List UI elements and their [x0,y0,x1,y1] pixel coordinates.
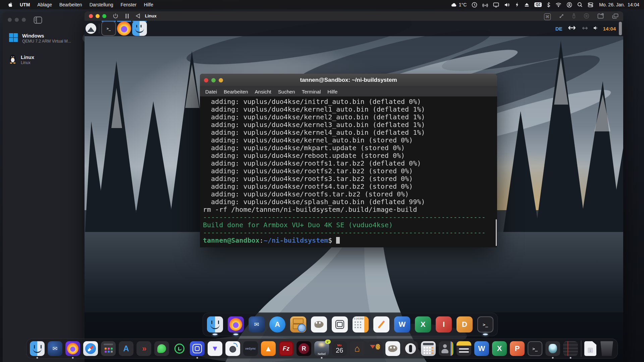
utm-icon[interactable] [545,341,560,356]
writer-icon[interactable]: W [394,316,410,333]
command-key-icon[interactable]: ⌘ [544,13,551,20]
power-icon[interactable] [113,13,118,20]
downloads-icon[interactable]: ↓ [584,341,596,356]
panel-clock[interactable]: 14:04 [603,26,616,32]
filezilla-icon[interactable]: Fz [279,341,293,356]
dock-separator[interactable] [581,341,581,357]
calendar-icon[interactable]: Mo 26 [332,341,347,356]
red-diamond-app-icon[interactable]: » [137,341,151,356]
weather-cloud-icon[interactable] [451,2,457,7]
proton-vpn-icon[interactable]: ▼ [208,341,222,356]
cd-drive-icon[interactable] [584,13,589,20]
terminal-menu-item[interactable]: Bearbeiten [220,89,252,95]
terminal-scrollbar-thumb[interactable] [496,219,497,246]
text-editor-icon[interactable] [373,316,389,333]
bluetooth-icon[interactable] [547,2,550,7]
eject-icon[interactable] [524,3,529,7]
volume-icon[interactable] [504,2,510,7]
maximize-button[interactable] [211,78,216,82]
launchpad-icon[interactable] [101,341,116,356]
lightning-icon[interactable] [515,2,519,7]
usb-icon[interactable] [572,13,576,20]
messages-icon[interactable] [154,341,169,356]
minimize-button[interactable] [15,18,19,22]
displays-icon[interactable] [612,13,619,20]
airplay-icon[interactable] [482,2,488,7]
finder-icon[interactable] [30,341,45,356]
vesync-icon[interactable]: veSync [243,341,258,356]
resize-host-icon[interactable] [581,25,589,32]
apple-icon[interactable] [5,2,16,8]
firefox-icon[interactable] [65,341,80,356]
keyboard-layout-indicator[interactable]: DE [555,26,562,32]
ledger-app-icon[interactable] [563,341,578,356]
close-button[interactable] [204,78,208,82]
remote-app-icon[interactable] [403,341,418,356]
impress-icon[interactable]: I [436,316,452,333]
menu-ablage[interactable]: Ablage [34,2,56,7]
calculator-icon[interactable]: 3.141592 [353,316,369,333]
task-firefox-icon[interactable] [116,21,132,36]
zoom-button[interactable] [22,18,26,22]
search-icon[interactable] [577,2,583,7]
terminal-icon[interactable]: >_ [528,341,542,356]
gimp-icon[interactable] [311,316,327,333]
vm-list-item-windows[interactable]: Windows QEMU 7.2 ARM Virtual M... [6,30,90,46]
task-terminal-icon[interactable]: >_ [101,21,116,36]
zoom-button[interactable] [102,14,106,18]
wifi-smart-plug-icon[interactable] [225,341,240,356]
menubar-app-name[interactable]: UTM [16,2,34,7]
terminal-menu-item[interactable]: Ansicht [252,89,275,95]
terminal-menu-item[interactable]: Suchen [275,89,299,95]
minimize-button[interactable] [96,14,100,18]
pause-icon[interactable] [125,14,129,20]
display-icon[interactable] [493,2,499,7]
menu-hilfe[interactable]: Hilfe [140,2,157,7]
weather-app-icon[interactable]: Nebel 1° [314,341,329,356]
terminal-titlebar[interactable]: tannen@Sandbox: ~/ni-buildsystem [200,74,497,87]
minimize-button[interactable] [219,78,223,82]
shared-folder-icon[interactable] [597,13,604,20]
thunderbird-icon[interactable]: ✉ [48,341,62,356]
calculator-icon[interactable] [421,341,436,356]
gimp-icon[interactable] [385,341,400,356]
resize-icon[interactable] [559,13,564,20]
terminal-menu-item[interactable]: Hilfe [324,89,341,95]
whatsapp-icon[interactable] [172,341,187,356]
powerpoint-icon[interactable]: P [510,341,525,356]
file-manager-icon[interactable] [207,316,223,333]
vm-scrollbar-thumb[interactable] [619,22,622,35]
panel-volume-icon[interactable] [593,25,599,32]
spreadsheet-icon[interactable]: X [415,316,431,333]
clock-status-icon[interactable] [472,2,477,8]
contacts-icon[interactable] [439,341,453,356]
temperature-readout[interactable]: 1°C [459,2,467,7]
disconnect-icon[interactable] [135,13,141,20]
stickies-icon[interactable] [457,341,471,356]
thunderbird-icon[interactable]: ✉ [249,316,265,333]
vm-window-titlebar[interactable]: Linux ⌘ [85,11,623,21]
close-button[interactable] [89,14,93,18]
blue-squares-app-icon[interactable] [190,341,205,356]
draw-icon[interactable]: D [457,316,473,333]
firefox-icon[interactable] [228,316,244,333]
app-store-icon[interactable]: A [269,316,285,333]
excel-icon[interactable]: X [492,341,507,356]
terminal-icon[interactable]: >_ [477,316,493,333]
wifi-icon[interactable] [555,3,561,7]
terminal-menu-item[interactable]: Datei [202,89,220,95]
menu-bearbeiten[interactable]: Bearbeiten [56,2,86,7]
word-icon[interactable]: W [474,341,489,356]
app-store-icon[interactable]: A [119,341,133,356]
task-file-manager-icon[interactable] [132,21,147,36]
tiki-bar-app-icon[interactable] [368,341,382,356]
menu-darstellung[interactable]: Darstellung [86,2,117,7]
applications-menu-icon[interactable] [86,23,96,34]
home-app-icon[interactable]: ⌂ [350,341,365,356]
vlc-icon[interactable]: ▲ [261,341,276,356]
sidebar-toggle-icon[interactable] [34,16,42,25]
control-center-icon[interactable] [588,2,593,7]
network-file-manager-icon[interactable] [290,316,306,333]
menubar-datetime[interactable]: Mo. 26. Jan. 14:04 [599,2,639,7]
vm-list-item-linux[interactable]: Linux Linux [6,52,90,68]
